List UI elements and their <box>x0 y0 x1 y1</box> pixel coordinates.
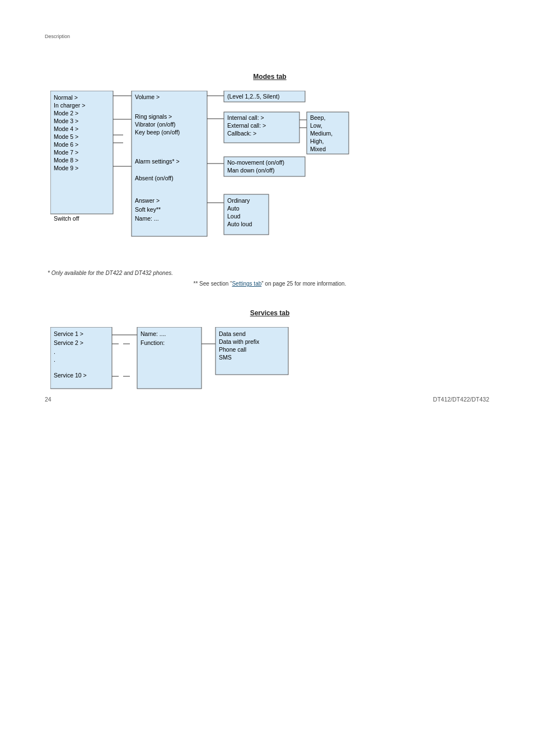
modes-tab-title: Modes tab <box>45 73 495 81</box>
services-tab-section: Services tab Service 1 > Service 2 > . .… <box>45 309 495 391</box>
svg-text:.: . <box>54 356 55 363</box>
svg-text:Callback: >: Callback: > <box>227 130 256 137</box>
svg-text:Name: ....: Name: .... <box>140 330 166 337</box>
svg-text:Data with prefix: Data with prefix <box>219 338 260 345</box>
svg-text:Service 10 >: Service 10 > <box>54 372 87 379</box>
svg-text:High,: High, <box>310 138 324 144</box>
svg-text:Service 2 >: Service 2 > <box>54 339 83 346</box>
model-name: DT412/DT422/DT432 <box>433 396 489 403</box>
svg-text:Soft key**: Soft key** <box>135 206 161 213</box>
svg-text:Mode 7 >: Mode 7 > <box>54 149 78 156</box>
svg-text:Loud: Loud <box>227 213 241 220</box>
svg-text:Absent (on/off): Absent (on/off) <box>135 175 174 181</box>
svg-text:Key beep (on/off): Key beep (on/off) <box>135 129 180 136</box>
footnote2-link[interactable]: Settings tab <box>232 281 261 287</box>
svg-text:Vibrator (on/off): Vibrator (on/off) <box>135 121 176 128</box>
page-container: Description Modes tab Normal > In charge… <box>0 0 534 425</box>
modes-tab-section: Modes tab Normal > In charger > Mode 2 >… <box>45 73 495 287</box>
svg-text:In charger >: In charger > <box>54 102 85 109</box>
svg-text:Auto loud: Auto loud <box>227 221 252 227</box>
svg-text:Mode 8 >: Mode 8 > <box>54 157 78 164</box>
services-tab-title: Services tab <box>45 309 495 317</box>
svg-text:Man down (on/off): Man down (on/off) <box>227 167 274 174</box>
page-number: 24 <box>45 396 51 403</box>
svg-text:Answer >: Answer > <box>135 197 160 204</box>
footnote2: ** See section “Settings tab” on page 25… <box>45 281 495 287</box>
svg-text:Mode 5 >: Mode 5 > <box>54 133 78 140</box>
svg-text:Mode 2 >: Mode 2 > <box>54 110 78 116</box>
svg-text:External call: >: External call: > <box>227 122 266 129</box>
svg-text:Mode 6 >: Mode 6 > <box>54 141 78 148</box>
footnote2-prefix: ** See section “ <box>194 281 232 287</box>
description-label: Description <box>45 34 495 39</box>
footnote2-suffix: ” on page 25 for more information. <box>261 281 346 287</box>
svg-text:SMS: SMS <box>219 354 232 361</box>
svg-text:No-movement (on/off): No-movement (on/off) <box>227 159 284 166</box>
svg-text:Mode 9 >: Mode 9 > <box>54 165 78 171</box>
svg-text:Data send: Data send <box>219 330 246 337</box>
svg-text:Low,: Low, <box>310 122 322 129</box>
svg-text:Ring signals >: Ring signals > <box>135 113 172 120</box>
svg-text:Mode 4 >: Mode 4 > <box>54 125 78 132</box>
svg-text:Normal >: Normal > <box>54 94 78 101</box>
page-footer: 24 DT412/DT422/DT432 <box>0 396 534 403</box>
svg-text:(Level 1,2..5, Silent): (Level 1,2..5, Silent) <box>227 93 279 100</box>
svg-text:Name: ...: Name: ... <box>135 215 159 222</box>
services-diagram: Service 1 > Service 2 > . . Service 10 >… <box>50 327 495 391</box>
svg-text:Switch off: Switch off <box>54 215 79 222</box>
modes-diagram: Normal > In charger > Mode 2 > Mode 3 > … <box>50 91 495 264</box>
svg-text:Beep,: Beep, <box>310 114 325 121</box>
footnote1: * Only available for the DT422 and DT432… <box>48 270 495 276</box>
svg-text:Mixed: Mixed <box>310 146 326 152</box>
svg-text:Service 1 >: Service 1 > <box>54 330 83 337</box>
svg-text:Function:: Function: <box>140 339 165 346</box>
modes-svg: Normal > In charger > Mode 2 > Mode 3 > … <box>50 91 431 264</box>
svg-text:Volume >: Volume > <box>135 94 160 100</box>
svg-text:Ordinary: Ordinary <box>227 197 250 204</box>
svg-text:Phone call: Phone call <box>219 346 246 353</box>
svg-text:.: . <box>54 348 55 355</box>
svg-text:Auto: Auto <box>227 205 240 212</box>
svg-text:Alarm settings* >: Alarm settings* > <box>135 158 180 165</box>
svg-text:Mode 3 >: Mode 3 > <box>54 118 78 124</box>
services-svg: Service 1 > Service 2 > . . Service 10 >… <box>50 327 330 391</box>
svg-text:Internal call: >: Internal call: > <box>227 114 264 121</box>
svg-text:Medium,: Medium, <box>310 130 332 137</box>
